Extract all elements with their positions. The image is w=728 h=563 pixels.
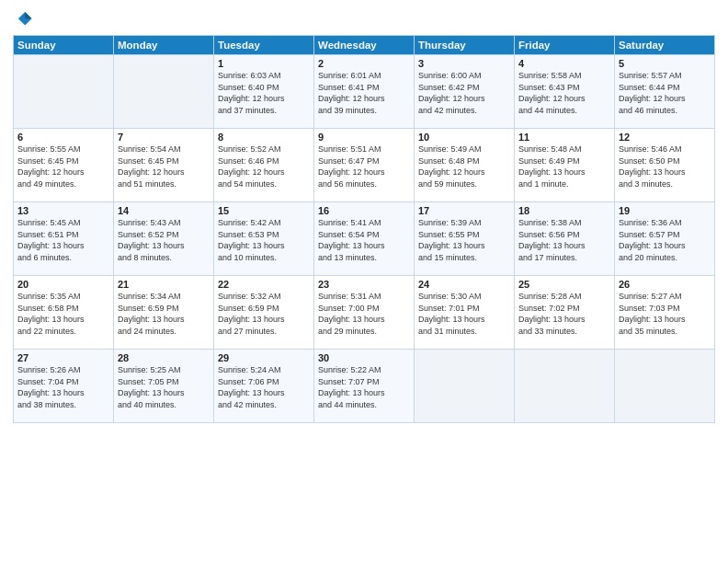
day-number: 29 bbox=[218, 352, 310, 363]
calendar-cell: 2Sunrise: 6:01 AM Sunset: 6:41 PM Daylig… bbox=[314, 55, 415, 129]
calendar-cell: 14Sunrise: 5:43 AM Sunset: 6:52 PM Dayli… bbox=[114, 202, 214, 276]
day-number: 20 bbox=[17, 279, 109, 290]
day-number: 24 bbox=[418, 279, 510, 290]
day-number: 13 bbox=[17, 205, 109, 216]
calendar-cell: 29Sunrise: 5:24 AM Sunset: 7:06 PM Dayli… bbox=[214, 350, 314, 423]
calendar-cell: 15Sunrise: 5:42 AM Sunset: 6:53 PM Dayli… bbox=[214, 202, 314, 276]
calendar-cell: 6Sunrise: 5:55 AM Sunset: 6:45 PM Daylig… bbox=[14, 129, 114, 202]
day-number: 1 bbox=[218, 58, 310, 69]
day-number: 17 bbox=[418, 205, 510, 216]
day-number: 15 bbox=[218, 205, 310, 216]
svg-marker-1 bbox=[25, 12, 31, 18]
weekday-header: Saturday bbox=[615, 36, 715, 55]
day-info: Sunrise: 5:28 AM Sunset: 7:02 PM Dayligh… bbox=[518, 291, 610, 337]
calendar-cell bbox=[515, 350, 615, 423]
day-info: Sunrise: 5:24 AM Sunset: 7:06 PM Dayligh… bbox=[218, 364, 310, 410]
day-number: 6 bbox=[17, 132, 109, 143]
calendar-cell: 9Sunrise: 5:51 AM Sunset: 6:47 PM Daylig… bbox=[314, 129, 415, 202]
day-number: 27 bbox=[17, 352, 109, 363]
day-info: Sunrise: 5:57 AM Sunset: 6:44 PM Dayligh… bbox=[619, 70, 711, 116]
day-number: 12 bbox=[619, 132, 711, 143]
day-number: 28 bbox=[118, 352, 210, 363]
day-info: Sunrise: 5:48 AM Sunset: 6:49 PM Dayligh… bbox=[518, 144, 610, 190]
calendar-header: SundayMondayTuesdayWednesdayThursdayFrid… bbox=[14, 36, 715, 55]
day-number: 4 bbox=[518, 58, 610, 69]
calendar-week-row: 27Sunrise: 5:26 AM Sunset: 7:04 PM Dayli… bbox=[14, 350, 715, 423]
day-number: 30 bbox=[318, 352, 410, 363]
day-info: Sunrise: 5:22 AM Sunset: 7:07 PM Dayligh… bbox=[318, 364, 410, 410]
calendar-cell: 30Sunrise: 5:22 AM Sunset: 7:07 PM Dayli… bbox=[314, 350, 415, 423]
day-info: Sunrise: 5:30 AM Sunset: 7:01 PM Dayligh… bbox=[418, 291, 510, 337]
day-info: Sunrise: 5:27 AM Sunset: 7:03 PM Dayligh… bbox=[619, 291, 711, 337]
day-number: 25 bbox=[518, 279, 610, 290]
day-info: Sunrise: 5:49 AM Sunset: 6:48 PM Dayligh… bbox=[418, 144, 510, 190]
day-info: Sunrise: 5:58 AM Sunset: 6:43 PM Dayligh… bbox=[518, 70, 610, 116]
weekday-header: Sunday bbox=[14, 36, 114, 55]
day-number: 16 bbox=[318, 205, 410, 216]
calendar-cell: 13Sunrise: 5:45 AM Sunset: 6:51 PM Dayli… bbox=[14, 202, 114, 276]
day-info: Sunrise: 5:55 AM Sunset: 6:45 PM Dayligh… bbox=[17, 144, 109, 190]
calendar-cell: 28Sunrise: 5:25 AM Sunset: 7:05 PM Dayli… bbox=[114, 350, 214, 423]
calendar-cell: 24Sunrise: 5:30 AM Sunset: 7:01 PM Dayli… bbox=[415, 276, 515, 350]
day-info: Sunrise: 5:38 AM Sunset: 6:56 PM Dayligh… bbox=[518, 217, 610, 263]
day-info: Sunrise: 5:43 AM Sunset: 6:52 PM Dayligh… bbox=[118, 217, 210, 263]
day-number: 7 bbox=[118, 132, 210, 143]
day-info: Sunrise: 5:45 AM Sunset: 6:51 PM Dayligh… bbox=[17, 217, 109, 263]
calendar-cell: 7Sunrise: 5:54 AM Sunset: 6:45 PM Daylig… bbox=[114, 129, 214, 202]
day-info: Sunrise: 5:35 AM Sunset: 6:58 PM Dayligh… bbox=[17, 291, 109, 337]
calendar-cell: 12Sunrise: 5:46 AM Sunset: 6:50 PM Dayli… bbox=[615, 129, 715, 202]
calendar-cell bbox=[615, 350, 715, 423]
day-number: 19 bbox=[619, 205, 711, 216]
day-number: 5 bbox=[619, 58, 711, 69]
day-info: Sunrise: 5:31 AM Sunset: 7:00 PM Dayligh… bbox=[318, 291, 410, 337]
weekday-header: Monday bbox=[114, 36, 214, 55]
calendar-cell: 11Sunrise: 5:48 AM Sunset: 6:49 PM Dayli… bbox=[515, 129, 615, 202]
day-number: 8 bbox=[218, 132, 310, 143]
day-number: 10 bbox=[418, 132, 510, 143]
calendar-cell: 1Sunrise: 6:03 AM Sunset: 6:40 PM Daylig… bbox=[214, 55, 314, 129]
weekday-header: Thursday bbox=[415, 36, 515, 55]
calendar-cell: 22Sunrise: 5:32 AM Sunset: 6:59 PM Dayli… bbox=[214, 276, 314, 350]
calendar-week-row: 1Sunrise: 6:03 AM Sunset: 6:40 PM Daylig… bbox=[14, 55, 715, 129]
day-info: Sunrise: 5:39 AM Sunset: 6:55 PM Dayligh… bbox=[418, 217, 510, 263]
day-number: 11 bbox=[518, 132, 610, 143]
calendar-cell bbox=[415, 350, 515, 423]
day-number: 26 bbox=[619, 279, 711, 290]
day-number: 3 bbox=[418, 58, 510, 69]
day-info: Sunrise: 6:00 AM Sunset: 6:42 PM Dayligh… bbox=[418, 70, 510, 116]
day-info: Sunrise: 5:25 AM Sunset: 7:05 PM Dayligh… bbox=[118, 364, 210, 410]
day-number: 23 bbox=[318, 279, 410, 290]
header bbox=[13, 9, 715, 29]
logo bbox=[13, 9, 35, 29]
day-number: 18 bbox=[518, 205, 610, 216]
day-info: Sunrise: 5:54 AM Sunset: 6:45 PM Dayligh… bbox=[118, 144, 210, 190]
calendar-cell: 5Sunrise: 5:57 AM Sunset: 6:44 PM Daylig… bbox=[615, 55, 715, 129]
weekday-row: SundayMondayTuesdayWednesdayThursdayFrid… bbox=[14, 36, 715, 55]
day-info: Sunrise: 5:41 AM Sunset: 6:54 PM Dayligh… bbox=[318, 217, 410, 263]
calendar: SundayMondayTuesdayWednesdayThursdayFrid… bbox=[13, 35, 715, 423]
day-info: Sunrise: 6:01 AM Sunset: 6:41 PM Dayligh… bbox=[318, 70, 410, 116]
calendar-cell: 19Sunrise: 5:36 AM Sunset: 6:57 PM Dayli… bbox=[615, 202, 715, 276]
weekday-header: Wednesday bbox=[314, 36, 415, 55]
day-number: 2 bbox=[318, 58, 410, 69]
calendar-body: 1Sunrise: 6:03 AM Sunset: 6:40 PM Daylig… bbox=[14, 55, 715, 423]
day-info: Sunrise: 5:32 AM Sunset: 6:59 PM Dayligh… bbox=[218, 291, 310, 337]
day-info: Sunrise: 5:26 AM Sunset: 7:04 PM Dayligh… bbox=[17, 364, 109, 410]
calendar-cell: 8Sunrise: 5:52 AM Sunset: 6:46 PM Daylig… bbox=[214, 129, 314, 202]
day-number: 9 bbox=[318, 132, 410, 143]
calendar-week-row: 6Sunrise: 5:55 AM Sunset: 6:45 PM Daylig… bbox=[14, 129, 715, 202]
day-info: Sunrise: 6:03 AM Sunset: 6:40 PM Dayligh… bbox=[218, 70, 310, 116]
calendar-cell: 18Sunrise: 5:38 AM Sunset: 6:56 PM Dayli… bbox=[515, 202, 615, 276]
weekday-header: Friday bbox=[515, 36, 615, 55]
day-number: 14 bbox=[118, 205, 210, 216]
day-number: 21 bbox=[118, 279, 210, 290]
calendar-cell: 10Sunrise: 5:49 AM Sunset: 6:48 PM Dayli… bbox=[415, 129, 515, 202]
calendar-cell: 17Sunrise: 5:39 AM Sunset: 6:55 PM Dayli… bbox=[415, 202, 515, 276]
day-info: Sunrise: 5:42 AM Sunset: 6:53 PM Dayligh… bbox=[218, 217, 310, 263]
calendar-cell: 3Sunrise: 6:00 AM Sunset: 6:42 PM Daylig… bbox=[415, 55, 515, 129]
day-info: Sunrise: 5:46 AM Sunset: 6:50 PM Dayligh… bbox=[619, 144, 711, 190]
calendar-cell bbox=[14, 55, 114, 129]
calendar-cell: 23Sunrise: 5:31 AM Sunset: 7:00 PM Dayli… bbox=[314, 276, 415, 350]
day-info: Sunrise: 5:52 AM Sunset: 6:46 PM Dayligh… bbox=[218, 144, 310, 190]
calendar-cell: 27Sunrise: 5:26 AM Sunset: 7:04 PM Dayli… bbox=[14, 350, 114, 423]
